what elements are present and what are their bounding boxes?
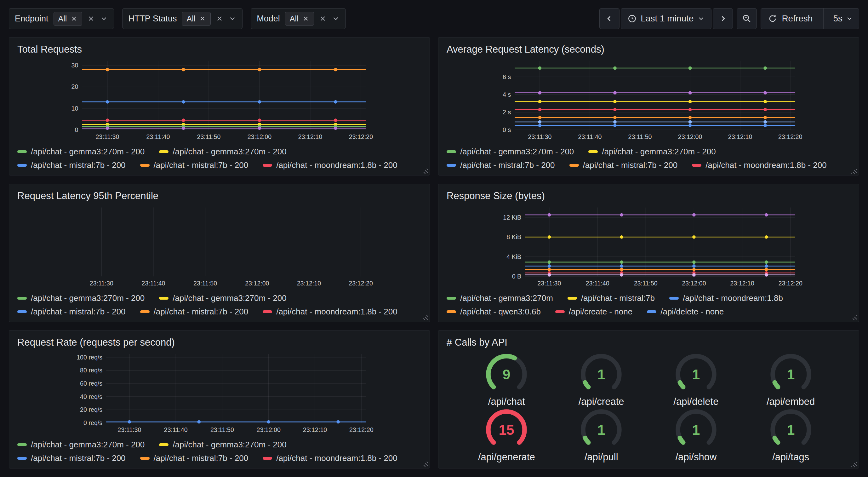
series-color-swatch — [17, 443, 27, 446]
timeseries-chart[interactable]: 23:11:3023:11:4023:11:5023:12:0023:12:10… — [446, 58, 851, 142]
panel-title[interactable]: Response Size (bytes) — [446, 190, 851, 202]
zoom-out-button[interactable] — [737, 8, 757, 29]
time-shift-back-button[interactable] — [599, 8, 620, 29]
legend-item[interactable]: /api/chat - gemma3:270m — [446, 293, 553, 303]
timeseries-chart[interactable]: 23:11:3023:11:4023:11:5023:12:0023:12:10… — [446, 204, 851, 288]
panel-title[interactable]: Request Latency 95th Percentile — [17, 190, 422, 202]
panel-resize-handle[interactable] — [422, 460, 428, 467]
series-color-swatch — [446, 164, 456, 167]
gauge-api-chat: 9/api/chat — [477, 352, 536, 407]
legend-item[interactable]: /api/chat - mistral:7b - 200 — [446, 160, 555, 170]
grafana-dashboard: { "toolbar": { "filters": [ { "label": "… — [0, 0, 868, 477]
legend-item[interactable]: /api/chat - gemma3:270m - 200 — [159, 293, 286, 303]
svg-text:23:12:20: 23:12:20 — [778, 280, 803, 287]
filter-model-value-chip[interactable]: All — [285, 12, 314, 26]
chevron-down-icon[interactable] — [228, 14, 237, 23]
svg-text:23:12:10: 23:12:10 — [297, 280, 321, 287]
gauge-label: /api/embed — [767, 396, 815, 407]
time-controls: Last 1 minute Refresh 5s — [599, 8, 859, 29]
legend-item[interactable]: /api/chat - mistral:7b - 200 — [569, 160, 678, 170]
series-color-swatch — [159, 443, 168, 446]
svg-text:1: 1 — [692, 367, 700, 382]
series-color-swatch — [692, 164, 702, 167]
filter-model[interactable]: Model All — [251, 8, 345, 29]
series-label: /api/chat - gemma3:270m - 200 — [31, 293, 145, 303]
legend-item[interactable]: /api/chat - moondream:1.8b - 200 — [263, 307, 397, 317]
panel-resize-handle[interactable] — [851, 167, 857, 174]
svg-text:15: 15 — [499, 422, 514, 438]
legend-item[interactable]: /api/chat - gemma3:270m - 200 — [159, 440, 286, 450]
legend-item[interactable]: /api/chat - qwen3:0.6b — [446, 307, 541, 317]
chevron-down-icon[interactable] — [332, 14, 340, 23]
legend-item[interactable]: /api/chat - moondream:1.8b - 200 — [263, 453, 397, 463]
chip-remove-icon[interactable] — [302, 15, 309, 22]
legend-item[interactable]: /api/chat - mistral:7b - 200 — [140, 453, 248, 463]
series-color-swatch — [263, 164, 272, 167]
refresh-button[interactable]: Refresh — [761, 8, 819, 29]
filter-clear-icon[interactable] — [216, 15, 223, 22]
gauge-api-create: 1/api/create — [571, 352, 631, 407]
panel-title[interactable]: Request Rate (requests per second) — [17, 337, 422, 348]
filter-clear-icon[interactable] — [319, 15, 327, 22]
legend-item[interactable]: /api/chat - gemma3:270m - 200 — [159, 147, 286, 157]
chevron-down-icon[interactable] — [100, 14, 108, 23]
gauge-arc: 1 — [761, 407, 820, 453]
filter-clear-icon[interactable] — [87, 15, 95, 22]
series-label: /api/chat - gemma3:270m - 200 — [460, 147, 574, 157]
time-shift-forward-button[interactable] — [713, 8, 733, 29]
panel-title[interactable]: # Calls by API — [446, 337, 851, 348]
legend-item[interactable]: /api/chat - gemma3:270m - 200 — [17, 293, 145, 303]
timeseries-chart[interactable]: 23:11:3023:11:4023:11:5023:12:0023:12:10… — [17, 204, 422, 288]
legend-item[interactable]: /api/chat - mistral:7b — [567, 293, 655, 303]
series-color-swatch — [140, 164, 150, 167]
legend-item[interactable]: /api/chat - gemma3:270m - 200 — [17, 440, 145, 450]
series-label: /api/chat - mistral:7b - 200 — [154, 307, 248, 317]
legend: /api/chat - gemma3:270m - 200/api/chat -… — [17, 142, 422, 171]
timeseries-chart[interactable]: 23:11:3023:11:4023:11:5023:12:0023:12:10… — [17, 58, 422, 142]
panel-title[interactable]: Average Request Latency (seconds) — [446, 44, 851, 55]
timeseries-chart[interactable]: 23:11:3023:11:4023:11:5023:12:0023:12:10… — [17, 351, 422, 435]
panel-resize-handle[interactable] — [422, 167, 428, 174]
legend-item[interactable]: /api/create - none — [555, 307, 632, 317]
time-range-picker[interactable]: Last 1 minute — [621, 8, 711, 29]
legend-item[interactable]: /api/chat - mistral:7b - 200 — [17, 307, 126, 317]
legend-item[interactable]: /api/chat - moondream:1.8b — [669, 293, 783, 303]
series-color-swatch — [17, 150, 27, 153]
series-color-swatch — [159, 150, 168, 153]
series-label: /api/chat - mistral:7b - 200 — [31, 160, 126, 170]
legend-item[interactable]: /api/chat - mistral:7b - 200 — [17, 160, 126, 170]
legend-item[interactable]: /api/chat - mistral:7b - 200 — [140, 160, 248, 170]
time-range-label: Last 1 minute — [641, 13, 693, 24]
series-color-swatch — [446, 150, 456, 153]
svg-text:80 req/s: 80 req/s — [80, 367, 102, 374]
legend-item[interactable]: /api/chat - gemma3:270m - 200 — [446, 147, 574, 157]
series-color-swatch — [588, 150, 598, 153]
legend-row: /api/chat - gemma3:270m - 200/api/chat -… — [446, 147, 851, 157]
panel-resize-handle[interactable] — [422, 314, 428, 320]
refresh-group: Refresh 5s — [761, 8, 859, 29]
series-label: /api/chat - gemma3:270m - 200 — [602, 147, 716, 157]
svg-text:1: 1 — [787, 422, 795, 438]
panel-resize-handle[interactable] — [851, 314, 857, 320]
chip-remove-icon[interactable] — [70, 15, 78, 22]
panel-resize-handle[interactable] — [851, 460, 857, 467]
legend-item[interactable]: /api/delete - none — [647, 307, 724, 317]
legend-item[interactable]: /api/chat - moondream:1.8b - 200 — [263, 160, 397, 170]
legend-item[interactable]: /api/chat - mistral:7b - 200 — [140, 307, 248, 317]
legend-item[interactable]: /api/chat - moondream:1.8b - 200 — [692, 160, 827, 170]
panel-title[interactable]: Total Requests — [17, 44, 422, 55]
filter-endpoint-value-chip[interactable]: All — [54, 12, 83, 26]
series-label: /api/chat - mistral:7b - 200 — [460, 160, 555, 170]
refresh-interval-select[interactable]: 5s — [827, 8, 859, 29]
filter-http-status-value-chip[interactable]: All — [182, 12, 211, 26]
series-label: /api/delete - none — [660, 307, 724, 317]
filter-endpoint[interactable]: Endpoint All — [9, 8, 114, 29]
legend-item[interactable]: /api/chat - gemma3:270m - 200 — [17, 147, 145, 157]
svg-text:23:11:50: 23:11:50 — [193, 280, 217, 287]
legend-item[interactable]: /api/chat - mistral:7b - 200 — [17, 453, 126, 463]
chip-remove-icon[interactable] — [199, 15, 206, 22]
legend-item[interactable]: /api/chat - gemma3:270m - 200 — [588, 147, 716, 157]
svg-text:0 req/s: 0 req/s — [84, 419, 102, 426]
filter-http-status[interactable]: HTTP Status All — [122, 8, 243, 29]
gauge-arc: 1 — [666, 352, 726, 397]
